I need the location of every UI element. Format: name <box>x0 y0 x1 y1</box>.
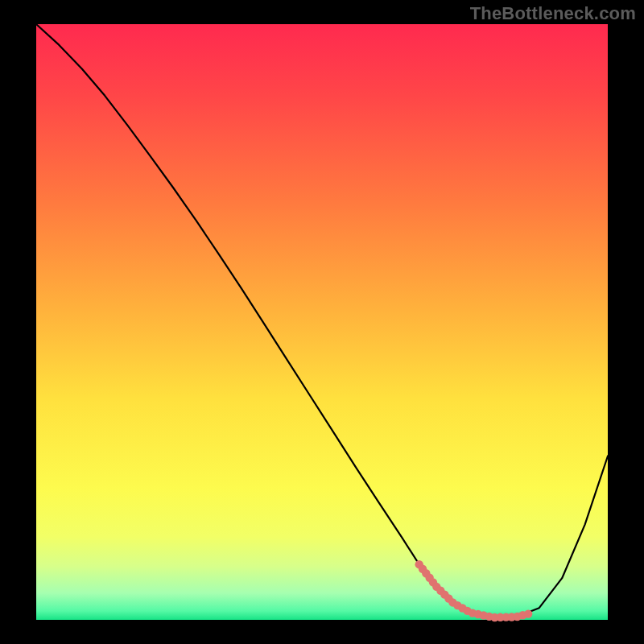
optimal-dot <box>524 609 532 617</box>
bottleneck-chart <box>0 0 644 644</box>
chart-frame: { "watermark": "TheBottleneck.com", "plo… <box>0 0 644 644</box>
watermark-text: TheBottleneck.com <box>470 3 636 24</box>
plot-background <box>36 24 608 620</box>
